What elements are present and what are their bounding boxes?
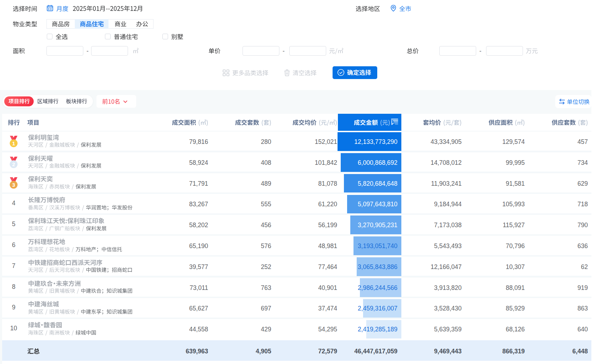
svg-text:2: 2 bbox=[12, 161, 15, 167]
svg-text:1: 1 bbox=[12, 140, 15, 146]
svg-text:3: 3 bbox=[12, 182, 15, 188]
